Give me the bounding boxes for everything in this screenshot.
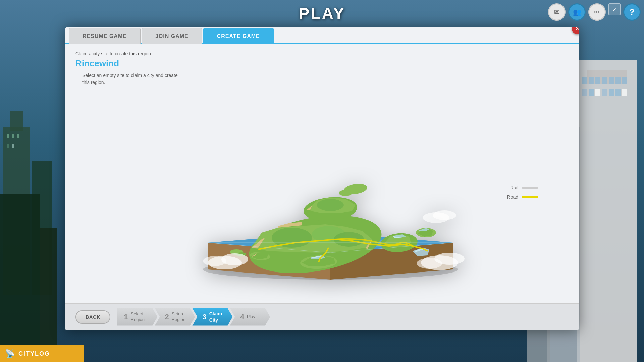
svg-rect-15 [602,77,607,84]
help-icon: ? [630,7,635,17]
svg-rect-1 [10,111,23,131]
step-3-text: Claim City [209,311,222,323]
tab-create-game[interactable]: CREATE GAME [203,28,274,44]
svg-rect-7 [17,134,19,138]
svg-rect-3 [0,194,40,362]
top-right-icons: ✉ 👥 ••• ✓ ? [548,3,641,21]
svg-rect-23 [609,89,614,96]
svg-rect-13 [589,77,594,84]
help-icon-btn[interactable]: ? [623,3,641,21]
tab-join-game[interactable]: JOIN GAME [142,28,202,44]
svg-rect-9 [12,144,14,148]
close-icon: × [576,27,579,32]
svg-rect-20 [589,89,594,96]
claim-label: Claim a city site to create this region: [75,51,569,56]
step-2-line1: Setup [172,311,185,317]
step-1-text: Select Region [131,311,145,323]
step-4[interactable]: 4 Play [230,308,270,326]
progress-bar: BACK 1 Select Region 2 Setup Region [65,303,579,330]
step-2-line2: Region [172,317,185,323]
svg-rect-17 [615,77,621,84]
step-4-label: Play [247,314,255,320]
steps-container: 1 Select Region 2 Setup Region 3 Claim [117,308,569,326]
legend-rail: Rail [506,185,538,190]
tab-resume-game[interactable]: RESUME GAME [69,28,141,44]
svg-rect-22 [602,89,607,96]
back-button[interactable]: BACK [75,310,110,324]
legend: Rail Road [506,185,538,200]
svg-rect-14 [595,77,600,84]
legend-road: Road [506,194,538,200]
dialog-content: Claim a city site to create this region:… [65,44,579,303]
select-hint: Select an empty site to claim a city and… [82,72,183,86]
svg-point-72 [417,258,442,269]
step-2[interactable]: 2 Setup Region [155,308,195,326]
svg-rect-10 [577,60,637,362]
svg-rect-8 [7,144,9,148]
svg-rect-16 [609,77,614,84]
step-2-text: Setup Region [172,311,185,323]
users-icon: 👥 [573,8,581,16]
svg-rect-25 [622,89,627,96]
svg-point-46 [317,199,344,211]
svg-rect-18 [622,77,627,84]
map-container[interactable]: Rail Road [116,84,545,300]
users-icon-btn[interactable]: 👥 [568,3,586,21]
step-1[interactable]: 1 Select Region [117,308,157,326]
mail-icon: ✉ [554,8,560,16]
step-1-line1: Select [131,311,145,317]
svg-point-74 [433,210,456,220]
svg-rect-24 [615,89,621,96]
step-4-text: Play [247,314,255,320]
step-1-num: 1 [124,313,128,321]
svg-rect-19 [582,89,587,96]
page-title: PLAY [299,4,345,23]
step-3-line1: Claim [209,311,222,317]
svg-rect-5 [7,134,9,138]
step-1-line2: Region [131,317,145,323]
checkmark-icon-btn[interactable]: ✓ [608,3,621,15]
svg-point-48 [339,190,352,196]
citylog-label: CITYLOG [18,350,50,357]
main-dialog: × RESUME GAME JOIN GAME CREATE GAME Clai… [65,27,579,330]
road-line [522,196,538,198]
region-map[interactable] [184,99,476,286]
mail-icon-btn[interactable]: ✉ [548,3,566,21]
svg-rect-6 [12,134,14,138]
tab-bar: RESUME GAME JOIN GAME CREATE GAME [65,27,579,44]
svg-point-40 [272,228,312,248]
svg-rect-12 [582,77,587,84]
ellipsis-icon: ••• [594,9,600,15]
svg-rect-4 [40,228,57,362]
rail-line [522,187,538,189]
step-3-line2: City [209,317,222,323]
more-icon-btn[interactable]: ••• [588,3,606,21]
step-2-num: 2 [165,313,169,321]
top-nav: PLAY [0,0,644,27]
region-name: Rincewind [75,58,569,69]
rail-label: Rail [506,185,518,190]
step-3[interactable]: 3 Claim City [192,308,232,326]
antenna-icon: 📡 [5,349,15,358]
step-3-num: 3 [202,313,206,321]
check-icon: ✓ [612,6,617,13]
svg-rect-21 [595,89,600,96]
road-label: Road [506,194,518,200]
bottom-bar: 📡 CITYLOG [0,345,84,362]
step-4-num: 4 [240,313,244,321]
svg-point-69 [203,256,226,266]
